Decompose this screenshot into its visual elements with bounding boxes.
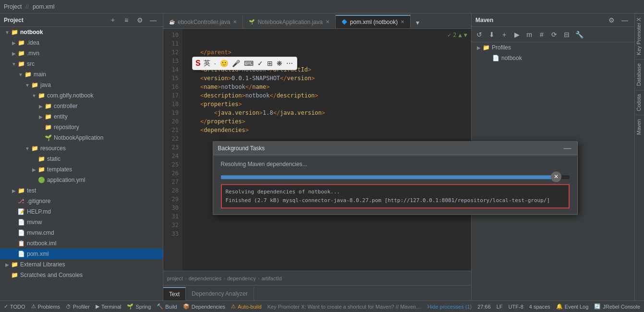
- sidebar-item-4[interactable]: ▼ 📁 main: [0, 69, 163, 80]
- ime-face[interactable]: 🙂: [219, 59, 229, 68]
- profiles-arrow[interactable]: ▶: [475, 44, 482, 51]
- maven-btn-reload[interactable]: ⟳: [548, 29, 560, 40]
- breadcrumb-item-1[interactable]: project: [167, 276, 183, 281]
- sidebar-item-12[interactable]: 📁 static: [0, 154, 163, 164]
- ime-mic[interactable]: 🎤: [231, 59, 241, 68]
- check-arrow-down[interactable]: ▼: [464, 31, 467, 39]
- tab-notebook-app[interactable]: 🌱 NotebookApplication.java ✕: [243, 15, 335, 28]
- maven-btn-collapse[interactable]: ⊟: [561, 29, 572, 40]
- tree-arrow-3[interactable]: ▼: [11, 60, 17, 67]
- status-lf[interactable]: LF: [497, 304, 503, 310]
- sidebar-item-9[interactable]: 📁 repository: [0, 122, 163, 132]
- tab-pom[interactable]: 🔷 pom.xml (notbook) ✕: [336, 15, 411, 28]
- status-terminal[interactable]: ▶ Terminal: [96, 303, 122, 310]
- tab-ebook[interactable]: ☕ ebookController.java ✕: [163, 15, 243, 28]
- status-profiler[interactable]: ⏱ Profiler: [66, 304, 90, 310]
- ime-chinese[interactable]: 英: [203, 58, 211, 69]
- sidebar-item-15[interactable]: ▶ 📁 test: [0, 185, 163, 196]
- tree-arrow-22[interactable]: ▶: [4, 261, 11, 268]
- ime-more2[interactable]: ⋯: [285, 59, 294, 68]
- sidebar-item-23[interactable]: 📁 Scratches and Consoles: [0, 270, 163, 280]
- right-label-database[interactable]: Database: [635, 59, 644, 90]
- sidebar-item-16[interactable]: ⎇ .gitignore: [0, 196, 163, 206]
- tree-arrow-8[interactable]: ▶: [37, 113, 44, 120]
- sidebar-item-8[interactable]: ▶ 📁 entity: [0, 111, 163, 122]
- sidebar-item-13[interactable]: ▶ 📁 templates: [0, 164, 163, 175]
- sidebar-item-22[interactable]: ▶ 📁 External Libraries: [0, 259, 163, 270]
- tab-ebook-close[interactable]: ✕: [233, 19, 237, 24]
- sidebar-item-21[interactable]: 📄 pom.xml: [0, 249, 163, 259]
- sidebar-item-19[interactable]: 📄 mvnw.cmd: [0, 228, 163, 238]
- maven-btn-m[interactable]: m: [523, 29, 535, 40]
- bottom-tab-text[interactable]: Text: [163, 287, 186, 300]
- maven-btn-refresh[interactable]: ↺: [474, 29, 485, 40]
- sidebar-item-18[interactable]: 📄 mvnw: [0, 217, 163, 228]
- ime-dot[interactable]: ·: [213, 59, 217, 68]
- maven-btn-settings[interactable]: ⚙: [606, 14, 617, 26]
- sidebar-item-6[interactable]: ▼ 📁 com.gblfy.notbook: [0, 90, 163, 101]
- ime-grid[interactable]: ⊞: [266, 59, 274, 68]
- status-hide-processes[interactable]: Hide processes (1): [427, 304, 472, 310]
- right-label-maven[interactable]: Maven: [635, 115, 644, 139]
- tree-arrow-5[interactable]: ▼: [24, 82, 31, 88]
- tree-arrow-2[interactable]: ▶: [11, 50, 17, 57]
- ime-more1[interactable]: ❋: [276, 59, 283, 68]
- sidebar-btn-settings[interactable]: ⚙: [134, 14, 146, 26]
- sidebar-item-0[interactable]: ▼ 📁 notbook: [0, 27, 163, 37]
- breadcrumb-item-4[interactable]: artifactId: [262, 276, 282, 281]
- right-label-codota[interactable]: Codota: [635, 90, 644, 115]
- tree-arrow-1[interactable]: ▶: [11, 39, 17, 46]
- sidebar-item-20[interactable]: 📋 notbook.iml: [0, 238, 163, 249]
- sidebar-item-17[interactable]: 📝 HELP.md: [0, 206, 163, 217]
- sidebar-item-2[interactable]: ▶ 📁 .mvn: [0, 48, 163, 59]
- sidebar-btn-add[interactable]: ＋: [107, 14, 119, 26]
- status-build[interactable]: 🔨 Build: [157, 303, 177, 310]
- ime-keyboard[interactable]: ⌨: [243, 59, 255, 68]
- sidebar-tree[interactable]: ▼ 📁 notbook ▶ 📁 .idea ▶ 📁 .mvn ▼ 📁 src: [0, 27, 163, 300]
- maven-btn-run[interactable]: ▶: [511, 29, 522, 40]
- tab-pom-close[interactable]: ✕: [401, 19, 404, 24]
- ime-spell[interactable]: ✓: [256, 59, 264, 68]
- right-label-key-promoter[interactable]: Key Promoter X: [635, 13, 644, 59]
- maven-btn-close[interactable]: —: [619, 14, 631, 26]
- maven-btn-download[interactable]: ⬇: [486, 29, 498, 40]
- sidebar-item-10[interactable]: 🌱 NotbookApplication: [0, 132, 163, 143]
- sidebar-item-14[interactable]: 🟢 application.yml: [0, 175, 163, 185]
- tree-arrow-15[interactable]: ▶: [11, 187, 17, 194]
- tree-arrow-13[interactable]: ▶: [31, 166, 37, 173]
- status-jrebel[interactable]: 🔄 JRebel Console: [594, 303, 640, 310]
- tree-arrow-4[interactable]: ▼: [17, 71, 24, 78]
- sidebar-item-7[interactable]: ▶ 📁 controller: [0, 101, 163, 111]
- dialog-close-button[interactable]: —: [563, 144, 572, 153]
- sidebar-item-5[interactable]: ▼ 📁 java: [0, 80, 163, 90]
- sidebar-btn-layout[interactable]: ≡: [121, 14, 132, 26]
- tab-dropdown[interactable]: ▾: [412, 17, 423, 28]
- sidebar-btn-close[interactable]: —: [147, 14, 159, 26]
- maven-btn-tool[interactable]: 🔧: [573, 29, 585, 40]
- status-auto-build[interactable]: ⚠ Auto-build: [231, 303, 262, 310]
- progress-cancel-button[interactable]: ✕: [551, 171, 561, 182]
- sidebar-item-1[interactable]: ▶ 📁 .idea: [0, 37, 163, 48]
- maven-btn-hash[interactable]: #: [536, 29, 547, 40]
- maven-notbook[interactable]: 📄 notbook: [472, 53, 634, 63]
- tree-arrow-7[interactable]: ▶: [37, 103, 44, 109]
- status-dependencies[interactable]: 📦 Dependencies: [183, 303, 225, 310]
- bottom-tab-dep-analyzer[interactable]: Dependency Analyzer: [186, 287, 254, 300]
- status-problems[interactable]: ⚠ Problems: [31, 303, 60, 310]
- tree-arrow-6[interactable]: ▼: [31, 92, 37, 99]
- breadcrumb-item-2[interactable]: dependencies: [189, 276, 222, 281]
- sidebar-item-11[interactable]: ▼ 📁 resources: [0, 143, 163, 154]
- status-spring[interactable]: 🌱 Spring: [127, 303, 151, 310]
- breadcrumb-item-3[interactable]: dependency: [227, 276, 256, 281]
- tree-arrow-0[interactable]: ▼: [4, 29, 11, 36]
- check-arrow-up[interactable]: ▲: [459, 31, 462, 39]
- maven-btn-add[interactable]: +: [498, 29, 510, 40]
- status-indent[interactable]: 4 spaces: [529, 304, 550, 310]
- status-encoding[interactable]: UTF-8: [509, 304, 523, 310]
- status-event-log[interactable]: 🔔 Event Log: [556, 303, 589, 310]
- maven-profiles[interactable]: ▶ 📁 Profiles: [472, 42, 634, 53]
- tree-arrow-11[interactable]: ▼: [24, 145, 31, 152]
- sidebar-item-3[interactable]: ▼ 📁 src: [0, 59, 163, 69]
- tab-notebook-app-close[interactable]: ✕: [326, 19, 329, 24]
- status-todo[interactable]: ✓ TODO: [4, 303, 25, 310]
